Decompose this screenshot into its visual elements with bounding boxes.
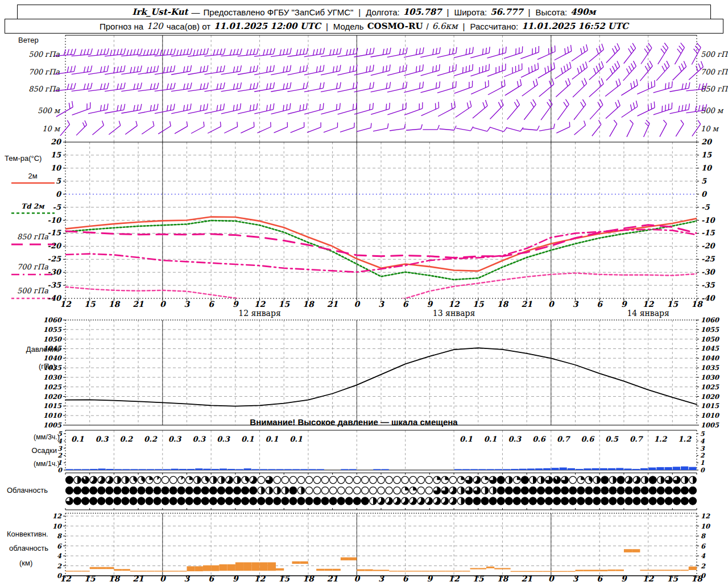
pressure-curve: Внимание! Высокое давление — шкала смеще…: [65, 348, 697, 427]
svg-text:1015: 1015: [43, 402, 62, 410]
svg-text:0: 0: [56, 190, 62, 198]
svg-text:1005: 1005: [701, 421, 719, 429]
svg-text:1040: 1040: [43, 354, 63, 362]
svg-text:18: 18: [691, 574, 703, 582]
svg-text:0.2: 0.2: [144, 435, 158, 443]
svg-text:0.3: 0.3: [168, 435, 182, 443]
svg-text:10: 10: [701, 522, 711, 530]
svg-text:-5: -5: [53, 203, 61, 211]
svg-text:-35: -35: [48, 281, 61, 289]
svg-text:Внимание! Высокое давление — ш: Внимание! Высокое давление — шкала смеще…: [250, 417, 458, 427]
svg-text:18: 18: [109, 300, 121, 309]
svg-text:15: 15: [278, 574, 290, 582]
svg-text:3: 3: [573, 300, 579, 309]
svg-text:4: 4: [57, 438, 62, 445]
svg-text:6: 6: [208, 300, 214, 309]
svg-text:3: 3: [573, 574, 579, 582]
svg-text:8: 8: [701, 532, 706, 540]
meteogram-page: Irk_Ust-Kut—Предоставлено ФГБУ "ЗапСиб У…: [0, 0, 728, 582]
svg-text:-15: -15: [701, 228, 715, 237]
cloud-rows: [66, 476, 697, 505]
svg-text:12: 12: [254, 300, 266, 309]
svg-text:1010: 1010: [43, 411, 63, 419]
svg-text:5: 5: [57, 430, 63, 438]
svg-text:2: 2: [57, 452, 63, 459]
svg-text:21: 21: [133, 574, 144, 582]
svg-text:0: 0: [160, 574, 166, 582]
svg-text:1055: 1055: [43, 326, 62, 334]
svg-text:2: 2: [57, 562, 62, 570]
svg-text:21: 21: [521, 300, 532, 309]
svg-text:0.2: 0.2: [119, 435, 133, 443]
svg-text:18: 18: [303, 574, 315, 582]
svg-text:0.3: 0.3: [508, 435, 522, 443]
svg-text:12: 12: [60, 300, 72, 309]
svg-text:21: 21: [133, 300, 144, 309]
svg-text:-30: -30: [701, 268, 715, 276]
svg-text:15: 15: [84, 300, 96, 309]
svg-text:15: 15: [473, 574, 485, 582]
svg-text:1045: 1045: [43, 344, 62, 352]
svg-text:1030: 1030: [43, 373, 63, 381]
svg-text:5: 5: [701, 177, 707, 185]
svg-text:1055: 1055: [701, 326, 719, 334]
svg-text:12: 12: [448, 300, 460, 309]
svg-text:4: 4: [700, 438, 705, 445]
svg-text:0: 0: [160, 300, 166, 309]
svg-text:9: 9: [427, 300, 433, 309]
svg-text:0.1: 0.1: [266, 435, 279, 443]
svg-text:21: 21: [521, 574, 532, 582]
svg-text:1035: 1035: [43, 364, 62, 372]
meteogram-plot: 2020151510105500-5-5-10-10-15-15-20-20-2…: [0, 0, 728, 582]
svg-text:1025: 1025: [701, 383, 719, 391]
svg-text:-5: -5: [701, 203, 710, 211]
svg-text:1: 1: [57, 459, 62, 467]
svg-text:12: 12: [60, 574, 72, 582]
svg-text:9: 9: [621, 574, 627, 582]
svg-text:12: 12: [254, 574, 266, 582]
svg-text:1020: 1020: [43, 393, 63, 401]
svg-text:12 января: 12 января: [238, 309, 281, 318]
svg-text:1015: 1015: [701, 402, 719, 410]
svg-text:15: 15: [667, 574, 679, 582]
convective-bars: [65, 549, 697, 572]
svg-text:9: 9: [233, 300, 239, 309]
svg-text:0: 0: [354, 574, 360, 582]
svg-text:12: 12: [52, 512, 62, 520]
svg-text:6: 6: [597, 574, 603, 582]
svg-text:6: 6: [403, 300, 409, 309]
svg-text:3: 3: [700, 445, 705, 452]
svg-text:6: 6: [701, 542, 706, 550]
svg-text:12: 12: [448, 574, 460, 582]
svg-text:18: 18: [497, 574, 509, 582]
svg-text:0.1: 0.1: [289, 435, 303, 443]
svg-text:0.3: 0.3: [217, 435, 230, 443]
svg-text:5: 5: [700, 430, 705, 438]
svg-text:1045: 1045: [701, 344, 719, 352]
svg-text:6: 6: [403, 574, 409, 582]
svg-text:0.1: 0.1: [71, 435, 84, 443]
svg-text:2: 2: [700, 452, 705, 459]
svg-text:1050: 1050: [701, 335, 720, 343]
svg-text:18: 18: [303, 300, 315, 309]
svg-text:-30: -30: [48, 268, 62, 276]
svg-text:5: 5: [56, 177, 61, 185]
svg-text:21: 21: [327, 300, 338, 309]
svg-text:0: 0: [57, 467, 63, 474]
svg-text:6: 6: [208, 574, 214, 582]
svg-text:0.1: 0.1: [241, 435, 254, 443]
svg-text:-15: -15: [48, 228, 61, 237]
svg-text:1005: 1005: [43, 421, 62, 429]
svg-text:15: 15: [667, 300, 679, 309]
svg-text:1.2: 1.2: [654, 435, 668, 443]
svg-text:1030: 1030: [701, 373, 720, 381]
svg-text:0.3: 0.3: [96, 435, 109, 443]
svg-text:0: 0: [548, 574, 555, 582]
svg-text:15: 15: [84, 574, 96, 582]
svg-text:3: 3: [184, 300, 191, 309]
svg-text:20: 20: [701, 138, 713, 146]
svg-text:12: 12: [643, 300, 655, 309]
svg-text:-25: -25: [701, 255, 715, 263]
svg-text:6: 6: [57, 542, 63, 550]
svg-text:3: 3: [184, 574, 191, 582]
